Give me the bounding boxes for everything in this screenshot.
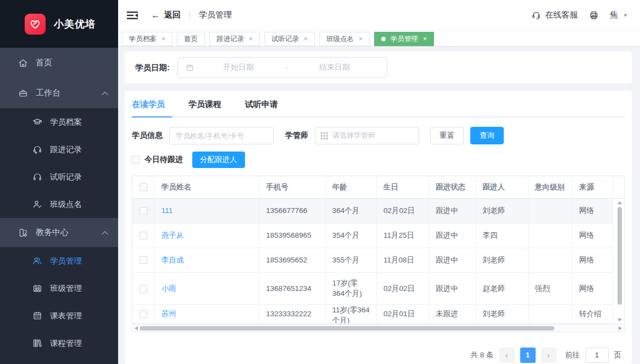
query-button[interactable]: 查询 — [470, 127, 504, 144]
tab-chip-class-rollcall[interactable]: 班级点名 × — [319, 32, 370, 46]
col-header-age: 年龄 — [325, 176, 376, 198]
date-range-picker[interactable]: 开始日期 - 结束日期 — [177, 57, 387, 78]
sidebar-item-label: 课程管理 — [50, 338, 82, 349]
cell-birthday: 02月02日 — [376, 198, 428, 223]
close-icon[interactable]: × — [249, 36, 253, 42]
sidebar-item-label: 班级点名 — [50, 199, 82, 210]
tab-chip-student-management[interactable]: 学员管理 × — [374, 32, 434, 46]
sidebar-item-label: 学员管理 — [50, 256, 82, 266]
sidebar-item-academic-center[interactable]: 教务中心 — [0, 218, 118, 247]
row-checkbox[interactable] — [140, 256, 147, 264]
grid-icon — [321, 132, 328, 139]
scroll-left-icon[interactable] — [135, 326, 138, 331]
manager-select[interactable]: 请选择学管师 — [315, 127, 419, 144]
table-row: 燕子从 18539568965 354个月 11月25日 跟进中 李四 网络 — [132, 223, 624, 248]
today-follow-checkbox[interactable] — [132, 156, 140, 164]
user-menu[interactable]: 焦 ▼ — [610, 10, 628, 20]
print-button[interactable] — [589, 10, 599, 20]
class-group-icon — [32, 283, 42, 293]
close-icon[interactable]: × — [423, 36, 427, 42]
back-arrow-icon: ← — [151, 10, 160, 21]
follow-toolbar: 今日待跟进 分配跟进人 — [132, 152, 625, 168]
cell-age: 364个月 — [325, 198, 376, 223]
cell-status: 跟进中 — [429, 198, 476, 223]
back-button[interactable]: ← 返回 — [151, 10, 181, 21]
search-filter-row: 学员信息 学管师 请选择学管师 重置 查询 — [132, 127, 625, 144]
sidebar-item-course-management[interactable]: 课程管理 — [0, 329, 118, 357]
sidebar-item-student-management[interactable]: 学员管理 — [0, 247, 118, 275]
calendar-icon — [186, 64, 194, 72]
sidebar-item-follow-records[interactable]: 跟进记录 — [0, 136, 118, 163]
active-dot-icon — [381, 37, 386, 41]
close-icon[interactable]: × — [304, 36, 308, 42]
cell-intention — [528, 304, 572, 323]
chip-label: 学员档案 — [129, 35, 157, 44]
horizontal-scrollbar — [132, 324, 624, 332]
headset-mic-icon — [32, 144, 42, 154]
select-all-checkbox[interactable] — [140, 183, 147, 191]
row-checkbox[interactable] — [140, 285, 147, 293]
manager-select-placeholder: 请选择学管师 — [332, 131, 375, 141]
cell-status: 未跟进 — [429, 304, 476, 323]
tab-audition-applications[interactable]: 试听申请 — [245, 99, 278, 110]
cell-phone: 13687651234 — [259, 272, 325, 304]
student-info-label: 学员信息 — [132, 131, 163, 141]
sidebar-item-class-rollcall[interactable]: 班级点名 — [0, 191, 118, 218]
table-row: 111 1356677766 364个月 02月02日 跟进中 刘老师 网络 — [132, 198, 624, 223]
scroll-up-icon[interactable] — [617, 201, 622, 204]
chip-label: 首页 — [184, 35, 198, 44]
student-search-input[interactable] — [169, 127, 274, 144]
cell-status: 跟进中 — [429, 248, 476, 272]
people-icon — [32, 256, 42, 266]
reset-button[interactable]: 重置 — [430, 127, 464, 144]
close-icon[interactable]: × — [162, 36, 165, 42]
manager-label: 学管师 — [285, 131, 308, 141]
online-service-button[interactable]: 在线客服 — [531, 10, 578, 20]
col-header-status: 跟进状态 — [429, 176, 476, 198]
next-page-button[interactable]: › — [541, 348, 556, 363]
sidebar-item-audition-records[interactable]: 试听记录 — [0, 163, 118, 191]
start-date-placeholder: 开始日期 — [194, 63, 283, 72]
end-date-placeholder: 结束日期 — [290, 63, 379, 72]
date-filter-label: 学员日期: — [135, 63, 170, 73]
sidebar-item-home[interactable]: 首页 — [0, 48, 118, 78]
cell-status: 跟进中 — [429, 272, 476, 304]
panel-tabs: 在读学员 学员课程 试听申请 — [132, 99, 625, 117]
vertical-scrollbar — [617, 199, 622, 323]
sidebar-item-student-archives[interactable]: 学员档案 — [0, 108, 118, 136]
assign-follower-button[interactable]: 分配跟进人 — [192, 152, 245, 168]
row-checkbox[interactable] — [140, 310, 147, 318]
close-icon[interactable]: × — [359, 36, 363, 42]
row-checkbox[interactable] — [140, 232, 147, 239]
vertical-scroll-thumb[interactable] — [617, 207, 622, 305]
scroll-right-icon[interactable] — [619, 326, 622, 331]
cell-birthday: 02月02日 — [376, 272, 428, 304]
sidebar-item-timetable-management[interactable]: 课表管理 — [0, 302, 118, 329]
tab-chip-student-archives[interactable]: 学员档案 × — [122, 32, 172, 46]
tab-student-courses[interactable]: 学员课程 — [188, 99, 221, 110]
student-name-link[interactable]: 小雨 — [162, 284, 176, 293]
sidebar-item-class-management[interactable]: 班级管理 — [0, 275, 118, 302]
tab-chip-audition-records[interactable]: 试听记录 × — [264, 32, 315, 46]
cell-age: 354个月 — [325, 223, 376, 248]
tab-enrolled-students[interactable]: 在读学员 — [132, 99, 165, 110]
row-checkbox[interactable] — [140, 207, 147, 215]
student-name-link[interactable]: 111 — [162, 206, 173, 215]
scroll-down-icon[interactable] — [617, 318, 622, 322]
home-icon — [18, 58, 28, 68]
student-name-link[interactable]: 苏州 — [162, 310, 176, 318]
current-page-button[interactable]: 1 — [520, 348, 536, 363]
goto-page-input[interactable] — [586, 348, 609, 363]
cell-birthday: 11月08日 — [376, 248, 428, 272]
prev-page-button[interactable]: ‹ — [499, 348, 515, 363]
pagination: 共 8 条 ‹ 1 › 前往 页 — [132, 348, 625, 363]
main-area: ← 返回 学员管理 在线客服 焦 ▼ 学 — [118, 0, 640, 364]
student-name-link[interactable]: 李自成 — [162, 256, 184, 264]
tab-chip-home[interactable]: 首页 — [177, 32, 205, 46]
tab-chip-follow-records[interactable]: 跟进记录 × — [209, 32, 260, 46]
collapse-sidebar-icon[interactable] — [127, 11, 139, 20]
horizontal-scroll-thumb[interactable] — [140, 326, 554, 331]
sidebar-item-workbench[interactable]: 工作台 — [0, 78, 118, 108]
student-name-link[interactable]: 燕子从 — [162, 231, 184, 239]
calendar-icon — [32, 311, 42, 321]
